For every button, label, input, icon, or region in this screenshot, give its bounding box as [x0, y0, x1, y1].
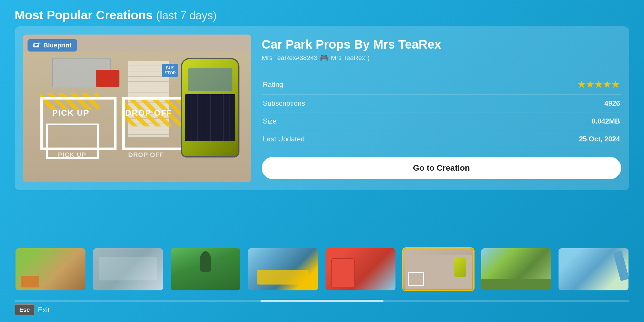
scroll-track[interactable] [15, 300, 629, 302]
thumb-image-3 [171, 248, 241, 290]
blueprint-label: Blueprint [43, 42, 72, 49]
thumb-6-scene [405, 255, 472, 289]
main-card: Blueprint BUSSTOP PICK UP PI [15, 26, 629, 190]
thumb-image-8 [559, 248, 628, 290]
last-updated-label: Last Updated [262, 130, 441, 148]
esc-key[interactable]: Esc [15, 304, 35, 316]
stats-row-rating: Rating ★★★★★ [262, 75, 621, 95]
subscriptions-label: Subscriptions [262, 95, 441, 112]
dropoff-label-main: DROP OFF [125, 108, 172, 118]
page-subtitle: (last 7 days) [156, 9, 217, 22]
creator-line: Mrs TeaRex#38243 🎮 Mrs TeaRex ) [262, 54, 621, 62]
thumb-image-7 [481, 248, 551, 290]
info-panel: Car Park Props By Mrs TeaRex Mrs TeaRex#… [262, 35, 621, 182]
bus-vehicle [181, 58, 239, 157]
forklift-vehicle [96, 70, 119, 87]
creation-title: Car Park Props By Mrs TeaRex [262, 37, 621, 52]
thumbnail-6-active[interactable] [402, 247, 475, 291]
stats-row-subscriptions: Subscriptions 4926 [262, 95, 621, 112]
bus-solar-panels [185, 94, 235, 141]
size-label: Size [262, 112, 441, 130]
rating-stars: ★★★★★ [441, 75, 621, 95]
thumb-image-5 [326, 248, 395, 290]
size-value: 0.042MB [441, 112, 621, 130]
preview-area: Blueprint BUSSTOP PICK UP PI [23, 35, 251, 182]
rating-label: Rating [262, 75, 441, 95]
page-title: Most Popular Creations (last 7 days) [15, 8, 217, 22]
svg-line-3 [39, 43, 40, 44]
pickup-label-main: PICK UP [52, 108, 90, 118]
dropoff-label-sub: DROP OFF [128, 151, 164, 159]
blueprint-icon [33, 42, 41, 49]
thumbnail-2[interactable] [92, 247, 164, 291]
thumbnail-7[interactable] [480, 247, 552, 291]
blueprint-badge: Blueprint [28, 39, 77, 52]
thumbnail-4[interactable] [247, 247, 319, 291]
pickup-label-sub: PICK UP [58, 151, 86, 159]
esc-area: Esc Exit [15, 304, 50, 316]
stats-row-size: Size 0.042MB [262, 112, 621, 130]
bus-windows [188, 68, 232, 91]
stats-row-updated: Last Updated 25 Oct, 2024 [262, 130, 621, 148]
goto-creation-button[interactable]: Go to Creation [262, 157, 621, 179]
thumbnails-strip [15, 246, 629, 293]
stats-table: Rating ★★★★★ Subscriptions 4926 Size 0.0… [262, 75, 621, 148]
gamepad-icon: 🎮 [320, 54, 328, 62]
scroll-thumb[interactable] [261, 300, 383, 302]
scene-image: BUSSTOP PICK UP PICK UP DROP OFF DROP OF… [23, 35, 251, 182]
thumb-image-2 [93, 248, 163, 290]
creator-id: Mrs TeaRex#38243 [262, 54, 317, 62]
exit-label: Exit [38, 306, 50, 314]
thumbnail-5[interactable] [325, 247, 396, 291]
thumbnail-3[interactable] [170, 247, 242, 291]
thumb-image-1 [16, 248, 85, 290]
last-updated-value: 25 Oct, 2024 [441, 130, 621, 148]
thumbnail-1[interactable] [15, 247, 86, 291]
thumbnail-8[interactable] [558, 247, 629, 291]
thumb-image-6 [403, 249, 473, 290]
subscriptions-value: 4926 [441, 95, 621, 112]
thumb-image-4 [248, 248, 318, 290]
creator-gamertag: Mrs TeaRex [331, 54, 365, 62]
creator-suffix: ) [367, 54, 369, 62]
